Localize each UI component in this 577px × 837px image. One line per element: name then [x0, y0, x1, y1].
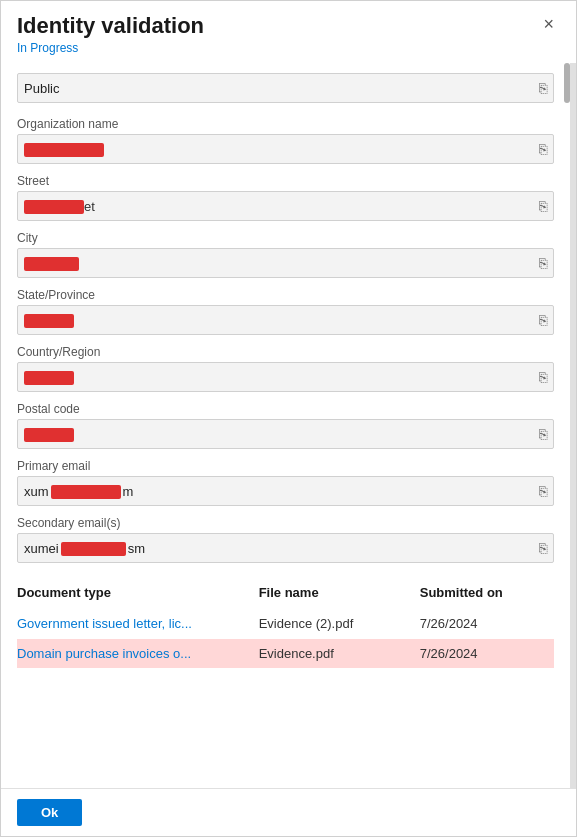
- documents-table: Document type File name Submitted on Gov…: [17, 579, 554, 668]
- dialog-title: Identity validation: [17, 13, 560, 39]
- redact-bar: [24, 314, 74, 328]
- copy-secondary-email-icon[interactable]: ⎘: [539, 540, 547, 556]
- close-button[interactable]: ×: [537, 13, 560, 35]
- postal-field-group: Postal code ⎘: [17, 402, 554, 449]
- filename-cell: Evidence.pdf: [259, 639, 420, 669]
- org-name-field-group: Organization name ⎘: [17, 117, 554, 164]
- dialog-status: In Progress: [17, 41, 560, 55]
- copy-org-icon[interactable]: ⎘: [539, 141, 547, 157]
- identity-validation-dialog: Identity validation In Progress × Public…: [0, 0, 577, 837]
- street-value: et: [24, 199, 533, 215]
- secondary-email-input-wrap: xumeism ⎘: [17, 533, 554, 563]
- redact-bar: [24, 257, 79, 271]
- redact-bar: [51, 485, 121, 499]
- postal-input-wrap: ⎘: [17, 419, 554, 449]
- org-name-input-wrap: ⎘: [17, 134, 554, 164]
- redact-bar: [24, 200, 84, 214]
- col-header-doctype: Document type: [17, 579, 259, 609]
- copy-country-icon[interactable]: ⎘: [539, 369, 547, 385]
- public-input-wrap: Public ⎘: [17, 73, 554, 103]
- redact-bar: [24, 428, 74, 442]
- country-label: Country/Region: [17, 345, 554, 359]
- primary-email-value: xumm: [24, 484, 533, 500]
- copy-public-icon[interactable]: ⎘: [539, 80, 547, 96]
- postal-value: [24, 427, 533, 443]
- table-header-row: Document type File name Submitted on: [17, 579, 554, 609]
- doc-type-cell[interactable]: Government issued letter, lic...: [17, 609, 259, 639]
- public-field-group: Public ⎘: [17, 73, 554, 103]
- dialog-footer: Ok: [1, 788, 576, 836]
- public-value: Public: [24, 81, 533, 96]
- secondary-email-value: xumeism: [24, 541, 533, 557]
- table-row: Domain purchase invoices o...Evidence.pd…: [17, 639, 554, 669]
- state-label: State/Province: [17, 288, 554, 302]
- city-field-group: City ⎘: [17, 231, 554, 278]
- copy-street-icon[interactable]: ⎘: [539, 198, 547, 214]
- copy-postal-icon[interactable]: ⎘: [539, 426, 547, 442]
- secondary-email-label: Secondary email(s): [17, 516, 554, 530]
- col-header-filename: File name: [259, 579, 420, 609]
- submitted-cell: 7/26/2024: [420, 609, 554, 639]
- state-field-group: State/Province ⎘: [17, 288, 554, 335]
- copy-state-icon[interactable]: ⎘: [539, 312, 547, 328]
- copy-city-icon[interactable]: ⎘: [539, 255, 547, 271]
- ok-button[interactable]: Ok: [17, 799, 82, 826]
- dialog-header: Identity validation In Progress ×: [1, 1, 576, 63]
- state-value: [24, 313, 533, 329]
- country-field-group: Country/Region ⎘: [17, 345, 554, 392]
- street-label: Street: [17, 174, 554, 188]
- city-value: [24, 256, 533, 272]
- submitted-cell: 7/26/2024: [420, 639, 554, 669]
- country-input-wrap: ⎘: [17, 362, 554, 392]
- org-name-label: Organization name: [17, 117, 554, 131]
- postal-label: Postal code: [17, 402, 554, 416]
- org-name-value: [24, 142, 533, 158]
- street-field-group: Street et ⎘: [17, 174, 554, 221]
- primary-email-field-group: Primary email xumm ⎘: [17, 459, 554, 506]
- city-input-wrap: ⎘: [17, 248, 554, 278]
- redact-bar: [61, 542, 126, 556]
- street-input-wrap: et ⎘: [17, 191, 554, 221]
- country-value: [24, 370, 533, 386]
- doc-type-cell[interactable]: Domain purchase invoices o...: [17, 639, 259, 669]
- primary-email-input-wrap: xumm ⎘: [17, 476, 554, 506]
- city-label: City: [17, 231, 554, 245]
- redact-bar: [24, 143, 104, 157]
- col-header-submitted: Submitted on: [420, 579, 554, 609]
- secondary-email-field-group: Secondary email(s) xumeism ⎘: [17, 516, 554, 563]
- table-row: Government issued letter, lic...Evidence…: [17, 609, 554, 639]
- filename-cell: Evidence (2).pdf: [259, 609, 420, 639]
- redact-bar: [24, 371, 74, 385]
- dialog-body: Public ⎘ Organization name ⎘ Street et ⎘: [1, 63, 576, 788]
- primary-email-label: Primary email: [17, 459, 554, 473]
- state-input-wrap: ⎘: [17, 305, 554, 335]
- scrollbar-thumb[interactable]: [564, 63, 570, 103]
- copy-primary-email-icon[interactable]: ⎘: [539, 483, 547, 499]
